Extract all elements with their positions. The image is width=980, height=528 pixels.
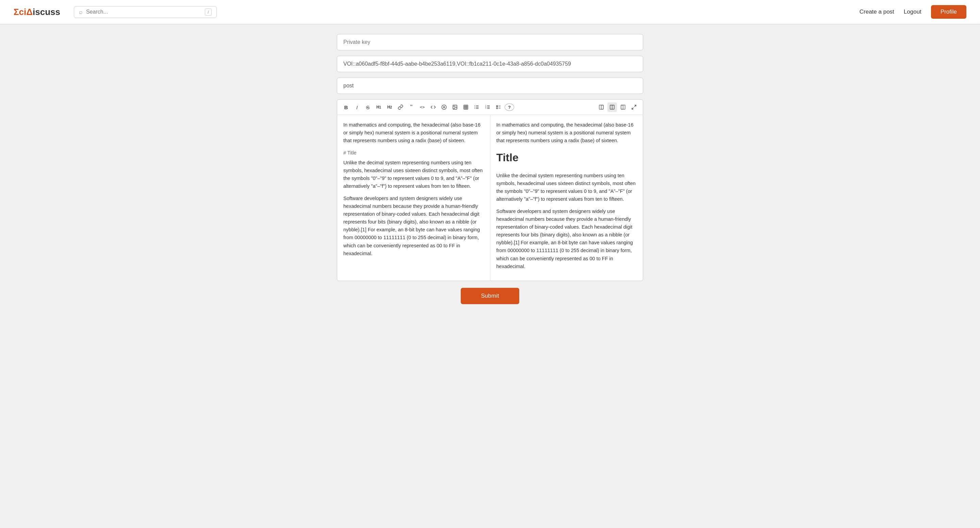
editor-split: In mathematics and computing, the hexade… [337, 115, 643, 281]
editor-container: B I S H1 H2 " <> [337, 99, 643, 281]
svg-rect-4 [464, 105, 468, 109]
code-button[interactable]: <> [417, 102, 427, 112]
svg-line-34 [632, 108, 633, 109]
media-button[interactable] [439, 102, 449, 112]
svg-line-33 [634, 105, 636, 107]
split-left-button[interactable] [597, 102, 606, 112]
preview-title: Title [496, 149, 637, 166]
svg-point-12 [475, 105, 476, 106]
source-para3: Software developers and system designers… [343, 195, 484, 258]
split-right-button[interactable] [618, 102, 628, 112]
numbered-list-button[interactable]: 123 [483, 102, 492, 112]
preview-para1: In mathematics and computing, the hexade… [496, 121, 637, 145]
main-content: VOI::a060adf5-f8bf-44d5-aabe-b4be253a611… [337, 24, 643, 331]
italic-button[interactable]: I [352, 102, 362, 112]
table-button[interactable] [461, 102, 471, 112]
fullscreen-button[interactable] [629, 102, 639, 112]
source-heading: # Title [343, 149, 484, 157]
site-logo[interactable]: ΣciΔiscuss [14, 7, 60, 17]
bullet-list-button[interactable] [472, 102, 482, 112]
help-button[interactable]: ? [504, 103, 514, 111]
bold-button[interactable]: B [341, 102, 351, 112]
navbar: ΣciΔiscuss ⌕ / Create a post Logout Prof… [0, 0, 980, 24]
search-bar: ⌕ / [74, 6, 217, 18]
search-input[interactable] [86, 9, 202, 15]
svg-point-14 [475, 108, 476, 109]
toolbar-right [597, 102, 639, 112]
logo-discuss: iscuss [33, 7, 60, 17]
submit-area: Submit [337, 288, 643, 304]
preview-para2: Unlike the decimal system representing n… [496, 172, 637, 204]
link-button[interactable] [396, 102, 405, 112]
heading1-button[interactable]: H1 [374, 102, 383, 112]
submit-button[interactable]: Submit [461, 288, 520, 304]
embed-button[interactable] [428, 102, 438, 112]
private-key-input[interactable] [337, 34, 643, 50]
svg-rect-27 [599, 105, 601, 109]
preview-para3: Software developers and system designers… [496, 208, 637, 271]
source-para2: Unlike the decimal system representing n… [343, 159, 484, 191]
editor-toolbar: B I S H1 H2 " <> [337, 100, 643, 115]
image-button[interactable] [450, 102, 460, 112]
voi-input[interactable]: VOI::a060adf5-f8bf-44d5-aabe-b4be253a611… [337, 56, 643, 72]
logo-delta: Δ [26, 7, 33, 17]
split-mid-button[interactable] [608, 102, 617, 112]
editor-source[interactable]: In mathematics and computing, the hexade… [337, 115, 490, 281]
strikethrough-button[interactable]: S [363, 102, 372, 112]
logo-sigma: Σci [14, 7, 26, 17]
svg-point-13 [475, 107, 476, 108]
svg-text:3: 3 [485, 108, 486, 109]
post-type-input[interactable]: post [337, 78, 643, 94]
nav-actions: Create a post Logout Profile [859, 5, 966, 19]
create-post-link[interactable]: Create a post [859, 8, 894, 15]
editor-preview: In mathematics and computing, the hexade… [490, 115, 643, 281]
logout-link[interactable]: Logout [904, 8, 921, 15]
svg-point-1 [443, 107, 445, 108]
search-shortcut: / [205, 8, 212, 16]
heading2-button[interactable]: H2 [385, 102, 395, 112]
search-icon: ⌕ [79, 8, 83, 16]
svg-point-3 [454, 106, 455, 107]
task-list-button[interactable] [494, 102, 503, 112]
quote-button[interactable]: " [407, 102, 416, 112]
svg-point-0 [442, 105, 446, 109]
profile-button[interactable]: Profile [931, 5, 966, 19]
source-para1: In mathematics and computing, the hexade… [343, 121, 484, 145]
svg-rect-32 [623, 105, 625, 109]
svg-rect-23 [496, 108, 498, 108]
